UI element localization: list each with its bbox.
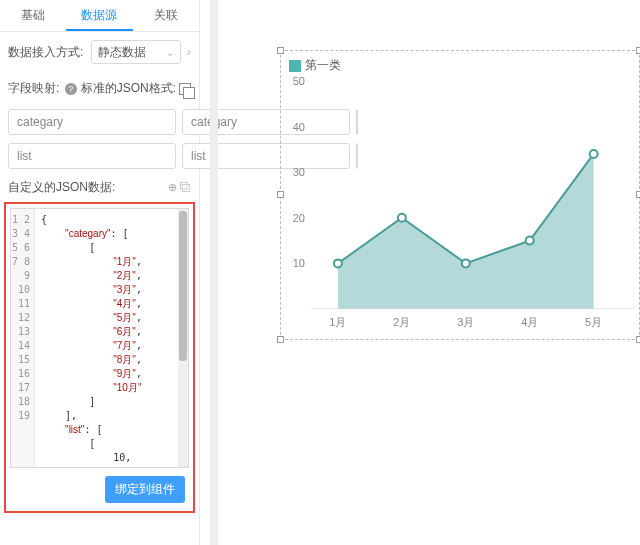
legend: 第一类 (289, 57, 341, 74)
divider[interactable] (210, 0, 218, 545)
fieldmap-row: 字段映射: ? 标准的JSON格式: (0, 72, 199, 105)
resize-handle-mr[interactable] (636, 191, 640, 198)
chevron-right-icon[interactable]: › (187, 45, 191, 59)
jsonfmt-label: 标准的JSON格式: (81, 80, 191, 97)
copy-icon[interactable] (179, 83, 191, 95)
bind-button[interactable]: 绑定到组件 (105, 476, 185, 503)
y-tick: 40 (293, 121, 305, 133)
y-tick: 50 (293, 75, 305, 87)
resize-handle-tl[interactable] (277, 47, 284, 54)
resize-handle-tr[interactable] (636, 47, 640, 54)
access-label: 数据接入方式: (8, 44, 83, 61)
scrollbar[interactable] (178, 209, 188, 467)
svg-point-2 (462, 259, 470, 267)
code-area[interactable]: { "categary": [ [ "1月", "2月", "3月", "4月"… (35, 209, 178, 467)
y-tick: 20 (293, 212, 305, 224)
line-gutter: 1 2 3 4 5 6 7 8 9 10 11 12 13 14 15 16 1… (11, 209, 35, 467)
plot-area: 10203040501月2月3月4月5月 (311, 81, 634, 309)
x-tick: 1月 (329, 315, 346, 330)
svg-point-0 (334, 259, 342, 267)
help-icon[interactable]: ? (65, 83, 77, 95)
customjson-label: 自定义的JSON数据: ⊕ ⿻ (0, 173, 199, 198)
config-panel: 基础 数据源 关联 数据接入方式: 静态数据 ⌄ › 字段映射: ? 标准的JS… (0, 0, 200, 545)
resize-handle-ml[interactable] (277, 191, 284, 198)
access-row: 数据接入方式: 静态数据 ⌄ › (0, 32, 199, 72)
resize-handle-br[interactable] (636, 336, 640, 343)
tab-relation[interactable]: 关联 (133, 0, 199, 31)
svg-point-3 (526, 237, 534, 245)
fieldmap-label: 字段映射: ? (8, 80, 77, 97)
field-categary-1[interactable] (8, 109, 176, 135)
field-list-1[interactable] (8, 143, 176, 169)
legend-swatch (289, 60, 301, 72)
x-tick: 4月 (521, 315, 538, 330)
chevron-down-icon: ⌄ (166, 47, 174, 58)
svg-point-4 (590, 150, 598, 158)
svg-point-1 (398, 214, 406, 222)
chart-canvas[interactable]: 第一类 10203040501月2月3月4月5月 (280, 50, 640, 340)
field-row-2 (0, 139, 199, 173)
x-tick: 5月 (585, 315, 602, 330)
resize-handle-bl[interactable] (277, 336, 284, 343)
legend-label: 第一类 (305, 57, 341, 74)
tabs: 基础 数据源 关联 (0, 0, 199, 32)
x-tick: 2月 (393, 315, 410, 330)
json-editor[interactable]: 1 2 3 4 5 6 7 8 9 10 11 12 13 14 15 16 1… (10, 208, 189, 468)
field-row-1 (0, 105, 199, 139)
tab-basic[interactable]: 基础 (0, 0, 66, 31)
y-tick: 10 (293, 257, 305, 269)
access-select[interactable]: 静态数据 ⌄ (91, 40, 181, 64)
json-editor-box: 1 2 3 4 5 6 7 8 9 10 11 12 13 14 15 16 1… (4, 202, 195, 513)
y-tick: 30 (293, 166, 305, 178)
json-tools[interactable]: ⊕ ⿻ (168, 181, 191, 194)
scroll-thumb[interactable] (179, 211, 187, 361)
chart-svg (311, 81, 634, 309)
access-value: 静态数据 (98, 44, 146, 61)
x-tick: 3月 (457, 315, 474, 330)
tab-datasource[interactable]: 数据源 (66, 0, 132, 31)
